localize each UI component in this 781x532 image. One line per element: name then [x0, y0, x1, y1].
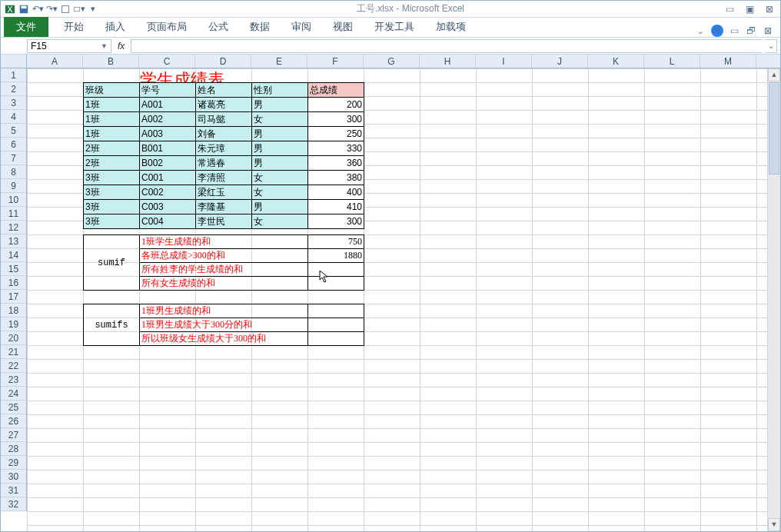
cell[interactable]: 李隆基 [196, 200, 252, 214]
chevron-down-icon[interactable]: ▼ [101, 40, 108, 52]
redo-icon[interactable]: ↷▾ [45, 3, 58, 15]
scroll-up-icon[interactable]: ▲ [768, 68, 780, 81]
ribbon-restore-icon[interactable]: 🗗 [745, 25, 757, 37]
sumif-desc[interactable]: 1班学生成绩的和 [140, 235, 308, 249]
rowhead-30[interactable]: 30 [1, 470, 26, 484]
rowhead-10[interactable]: 10 [1, 193, 26, 207]
cell[interactable]: C002 [140, 185, 196, 200]
cell[interactable]: 男 [252, 200, 308, 214]
cell[interactable]: B001 [140, 141, 196, 156]
rowhead-17[interactable]: 17 [1, 290, 26, 304]
file-tab[interactable]: 文件 [4, 17, 48, 37]
cell[interactable]: 刘备 [196, 127, 252, 141]
colhead-E[interactable]: E [251, 55, 307, 68]
tab-layout[interactable]: 页面布局 [136, 17, 198, 37]
cell[interactable]: 380 [308, 171, 364, 185]
colhead-K[interactable]: K [588, 55, 644, 68]
rowhead-15[interactable]: 15 [1, 262, 26, 276]
rowhead-6[interactable]: 6 [1, 138, 26, 151]
rowhead-22[interactable]: 22 [1, 359, 26, 373]
cell[interactable]: 200 [308, 98, 364, 112]
rowhead-13[interactable]: 13 [1, 234, 26, 248]
cell[interactable]: 1班 [84, 112, 140, 127]
scroll-down-icon[interactable]: ▼ [768, 518, 780, 531]
rowhead-31[interactable]: 31 [1, 484, 26, 497]
rowhead-9[interactable]: 9 [1, 179, 26, 193]
minimize-icon[interactable]: ▭ [722, 4, 737, 15]
colhead-C[interactable]: C [139, 55, 195, 68]
maximize-icon[interactable]: ▣ [742, 4, 757, 15]
rowhead-21[interactable]: 21 [1, 345, 26, 359]
cell[interactable]: 男 [252, 141, 308, 156]
rowhead-26[interactable]: 26 [1, 414, 26, 428]
colhead-H[interactable]: H [420, 55, 476, 68]
rowhead-8[interactable]: 8 [1, 165, 26, 179]
ribbon-close-icon[interactable]: ⊠ [762, 25, 774, 37]
help-icon[interactable]: ? [711, 25, 723, 37]
cell[interactable]: 2班 [84, 156, 140, 171]
cell[interactable]: 女 [252, 171, 308, 185]
sumifs-val[interactable] [308, 318, 364, 332]
rowhead-12[interactable]: 12 [1, 221, 26, 234]
rowhead-14[interactable]: 14 [1, 248, 26, 262]
formula-input[interactable] [131, 39, 762, 53]
colhead-D[interactable]: D [195, 55, 251, 68]
rowhead-23[interactable]: 23 [1, 373, 26, 387]
tab-review[interactable]: 审阅 [281, 17, 322, 37]
colhead-L[interactable]: L [644, 55, 700, 68]
fx-icon[interactable]: fx [115, 41, 128, 52]
cell[interactable]: 司马懿 [196, 112, 252, 127]
rowhead-19[interactable]: 19 [1, 318, 26, 331]
cells-area[interactable]: 学生成绩表 班级学号姓名性别总成绩1班A001诸葛亮男2001班A002司马懿女… [27, 68, 767, 531]
rowhead-11[interactable]: 11 [1, 207, 26, 221]
cell[interactable]: A001 [140, 98, 196, 112]
sumif-desc[interactable]: 所有姓李的学生成绩的和 [140, 263, 308, 277]
tab-addins[interactable]: 加载项 [425, 17, 477, 37]
qat-customize-icon[interactable]: ▾ [87, 3, 99, 15]
cell[interactable]: 男 [252, 156, 308, 171]
rowhead-29[interactable]: 29 [1, 456, 26, 470]
cell[interactable]: 女 [252, 214, 308, 229]
rowhead-5[interactable]: 5 [1, 124, 26, 138]
cell[interactable]: 300 [308, 214, 364, 229]
cell[interactable]: A003 [140, 127, 196, 141]
colhead-I[interactable]: I [476, 55, 532, 68]
cell[interactable]: 李世民 [196, 214, 252, 229]
cell[interactable]: 朱元璋 [196, 141, 252, 156]
colhead-F[interactable]: F [307, 55, 364, 68]
sumifs-desc[interactable]: 1班男生成绩的和 [140, 304, 308, 318]
cell[interactable]: 梁红玉 [196, 185, 252, 200]
ribbon-expand-icon[interactable]: ⌄ [694, 25, 706, 37]
rowhead-16[interactable]: 16 [1, 276, 26, 290]
cell[interactable]: 1班 [84, 127, 140, 141]
cell[interactable]: 410 [308, 200, 364, 214]
cell[interactable]: A002 [140, 112, 196, 127]
cell[interactable]: 男 [252, 98, 308, 112]
sumif-val[interactable] [308, 277, 364, 291]
cell[interactable]: 3班 [84, 214, 140, 229]
tab-data[interactable]: 数据 [239, 17, 281, 37]
cell[interactable]: 女 [252, 185, 308, 200]
cell[interactable]: 330 [308, 141, 364, 156]
rowhead-32[interactable]: 32 [1, 497, 26, 511]
colhead-A[interactable]: A [27, 55, 83, 68]
tab-view[interactable]: 视图 [322, 17, 364, 37]
tab-insert[interactable]: 插入 [95, 17, 136, 37]
cell[interactable]: B002 [140, 156, 196, 171]
tab-home[interactable]: 开始 [53, 17, 95, 37]
rowhead-1[interactable]: 1 [1, 68, 26, 82]
cell[interactable]: 2班 [84, 141, 140, 156]
cell[interactable]: 女 [252, 112, 308, 127]
cell[interactable]: 1班 [84, 98, 140, 112]
formula-expand-icon[interactable]: ⌄ [765, 39, 777, 53]
qat-icon[interactable] [59, 3, 71, 15]
cell[interactable]: 常遇春 [196, 156, 252, 171]
cell[interactable]: 400 [308, 185, 364, 200]
cell[interactable]: C004 [140, 214, 196, 229]
cell[interactable]: 诸葛亮 [196, 98, 252, 112]
rowhead-7[interactable]: 7 [1, 151, 26, 165]
colhead-J[interactable]: J [532, 55, 588, 68]
tab-formulas[interactable]: 公式 [198, 17, 239, 37]
cell[interactable]: 李清照 [196, 171, 252, 185]
rowhead-25[interactable]: 25 [1, 401, 26, 414]
